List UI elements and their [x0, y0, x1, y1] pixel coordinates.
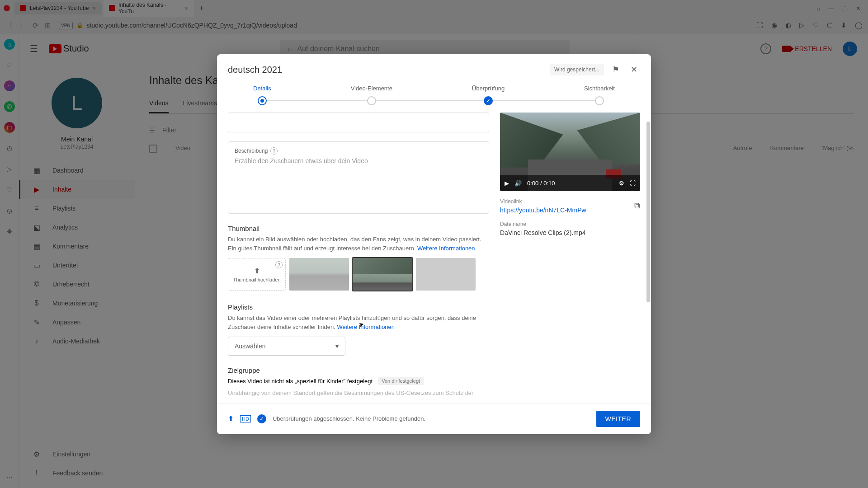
- desc-label: Beschreibung: [235, 148, 268, 154]
- thumbnail-option-1[interactable]: [289, 258, 349, 291]
- dialog-title: deutsch 2021: [228, 65, 544, 75]
- kids-status: Dieses Video ist nicht als „speziell für…: [228, 378, 373, 385]
- videolink-label: Videolink: [500, 198, 629, 205]
- thumbnail-option-2[interactable]: [353, 258, 412, 291]
- next-button[interactable]: WEITER: [596, 411, 640, 427]
- time-display: 0:00 / 0:10: [527, 180, 555, 187]
- step-elements[interactable]: Video-Elemente: [351, 85, 392, 105]
- description-input[interactable]: Beschreibung? Erzähle den Zuschauern etw…: [228, 141, 489, 214]
- upload-status-icon: ⬆: [228, 414, 234, 423]
- thumbnail-upload-button[interactable]: ? ⬆ Thumbnail hochladen: [228, 258, 286, 291]
- saving-status: Wird gespeichert...: [550, 64, 604, 75]
- video-preview[interactable]: ▶ 🔊 0:00 / 0:10 ⚙ ⛶: [500, 113, 640, 191]
- playlists-title: Playlists: [228, 303, 489, 311]
- volume-icon[interactable]: 🔊: [514, 180, 522, 187]
- filename-value: DaVinci Resolve Clips (2).mp4: [500, 229, 640, 236]
- thumbnail-title: Thumbnail: [228, 225, 489, 232]
- settings-icon[interactable]: ⚙: [619, 180, 624, 187]
- scrollbar[interactable]: [646, 122, 650, 302]
- filename-label: Dateiname: [500, 221, 640, 227]
- footer-status: Überprüfungen abgeschlossen. Keine Probl…: [273, 415, 590, 422]
- upload-icon: ⬆: [254, 267, 260, 275]
- chevron-down-icon: ▾: [335, 343, 339, 350]
- upload-dialog: deutsch 2021 Wird gespeichert... ⚑ ✕ Det…: [217, 54, 651, 434]
- audience-law: Unabhängig von deinem Standort gelten di…: [228, 389, 489, 398]
- step-checks[interactable]: Überprüfung: [472, 85, 505, 105]
- check-done-icon: ✓: [257, 414, 266, 423]
- help-icon[interactable]: ?: [270, 147, 278, 155]
- step-visibility[interactable]: Sichtbarkeit: [584, 85, 615, 105]
- help-icon[interactable]: ?: [275, 261, 283, 268]
- audience-title: Zielgruppe: [228, 366, 489, 374]
- step-line: [267, 100, 601, 101]
- playlist-select[interactable]: Auswählen ▾: [228, 337, 345, 356]
- feedback-icon[interactable]: ⚑: [609, 63, 622, 76]
- title-input[interactable]: [228, 113, 489, 132]
- video-link[interactable]: https://youtu.be/nN7LC-MmPw: [500, 206, 629, 214]
- kids-badge: Von dir festgelegt: [378, 377, 424, 385]
- thumbnail-link[interactable]: Weitere Informationen: [417, 245, 475, 252]
- play-icon[interactable]: ▶: [505, 180, 509, 187]
- hd-icon: HD: [240, 415, 251, 422]
- thumbnail-desc: Du kannst ein Bild auswählen oder hochla…: [228, 235, 489, 253]
- close-icon[interactable]: ✕: [627, 63, 640, 76]
- step-details[interactable]: Details: [253, 85, 271, 105]
- copy-icon[interactable]: ⧉: [634, 201, 640, 211]
- thumbnail-option-3[interactable]: [416, 258, 476, 291]
- desc-placeholder: Erzähle den Zuschauern etwas über dein V…: [235, 157, 482, 164]
- fullscreen-icon[interactable]: ⛶: [630, 180, 636, 187]
- playlists-link[interactable]: Weitere Informationen: [337, 324, 395, 330]
